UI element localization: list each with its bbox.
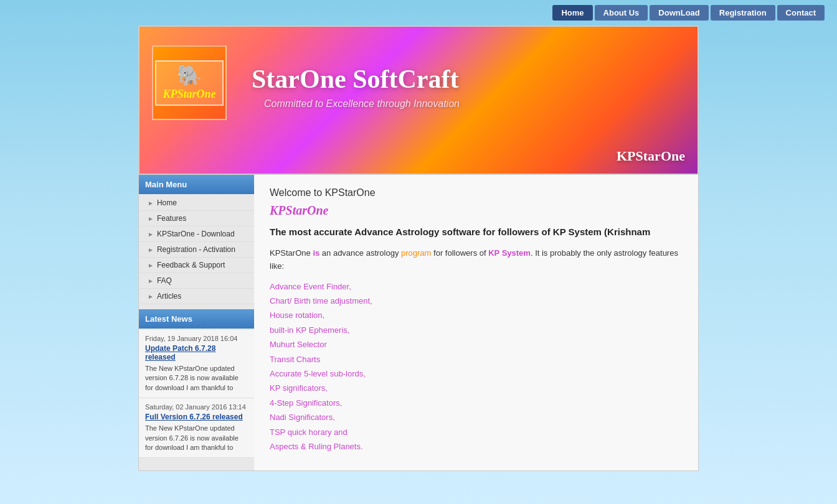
intro-text: KPStarOne is an advance astrology progra… bbox=[270, 247, 683, 273]
news-title-1[interactable]: Update Patch 6.7.28 released bbox=[145, 344, 248, 362]
feature-11: TSP quick horary and bbox=[270, 425, 683, 439]
feature-5: Muhurt Selector bbox=[270, 337, 683, 352]
banner-brand: KPStarOne bbox=[617, 148, 685, 164]
feature-3: House rotation, bbox=[270, 308, 683, 322]
news-item-2: Saturday, 02 January 2016 13:14 Full Ver… bbox=[139, 398, 254, 458]
intro-highlight-kp: KP System bbox=[488, 248, 531, 258]
arrow-icon: ► bbox=[148, 200, 154, 207]
welcome-title: Welcome to KPStarOne bbox=[270, 187, 683, 198]
sidebar-item-articles[interactable]: ► Articles bbox=[139, 289, 254, 304]
intro-plain-3: for followers of bbox=[431, 248, 488, 258]
feature-6: Transit Charts bbox=[270, 352, 683, 366]
news-body-1: The New KPstarOne updated version 6.7.28… bbox=[145, 364, 248, 393]
nav-contact[interactable]: Contact bbox=[777, 5, 825, 21]
arrow-icon: ► bbox=[148, 231, 154, 238]
news-body-2: The New KPstarOne updated version 6.7.26… bbox=[145, 424, 248, 452]
feature-10: Nadi Significators, bbox=[270, 410, 683, 424]
main-tagline: The most accurate Advance Astrology soft… bbox=[270, 225, 683, 238]
main-wrapper: Main Menu ► Home ► Features ► KPStarOne … bbox=[138, 175, 699, 471]
feature-1: Advance Event Finder, bbox=[270, 279, 683, 294]
banner-title: StarOne SoftCraft bbox=[252, 64, 458, 94]
banner-logo-text: KPStarOne bbox=[163, 88, 215, 101]
feature-9: 4-Step Significators, bbox=[270, 396, 683, 410]
main-menu-header: Main Menu bbox=[139, 175, 254, 194]
top-nav-bar: Home About Us DownLoad Registration Cont… bbox=[0, 0, 837, 26]
news-title-2[interactable]: Full Version 6.7.26 released bbox=[145, 413, 248, 421]
nav-home[interactable]: Home bbox=[552, 5, 592, 21]
intro-plain-1: KPStarOne bbox=[270, 248, 313, 258]
features-list: Advance Event Finder, Chart/ Birth time … bbox=[270, 279, 683, 454]
kp-brand-title: KPStarOne bbox=[270, 203, 683, 218]
main-content: Welcome to KPStarOne KPStarOne The most … bbox=[254, 175, 698, 470]
feature-2: Chart/ Birth time adjustment, bbox=[270, 294, 683, 308]
banner-subtitle: Committed to Excellence through Innovati… bbox=[264, 98, 460, 110]
sidebar-item-home[interactable]: ► Home bbox=[139, 195, 254, 211]
sidebar-item-features[interactable]: ► Features bbox=[139, 211, 254, 226]
latest-news-header: Latest News bbox=[139, 309, 254, 329]
nav-registration[interactable]: Registration bbox=[711, 5, 775, 21]
intro-plain-2: an advance astrology bbox=[319, 248, 401, 258]
news-item-1: Friday, 19 January 2018 16:04 Update Pat… bbox=[139, 330, 254, 398]
intro-highlight-is: is bbox=[313, 248, 319, 258]
arrow-icon: ► bbox=[148, 246, 154, 253]
feature-8: KP significators, bbox=[270, 381, 683, 395]
sidebar-item-download[interactable]: ► KPStarOne - Download bbox=[139, 226, 254, 242]
banner: 🐘 KPStarOne StarOne SoftCraft Committed … bbox=[138, 26, 699, 175]
arrow-icon: ► bbox=[148, 293, 154, 300]
sidebar-item-faq[interactable]: ► FAQ bbox=[139, 273, 254, 289]
feature-4: built-in KP Ephemeris, bbox=[270, 323, 683, 337]
nav-download[interactable]: DownLoad bbox=[650, 5, 708, 21]
sidebar: Main Menu ► Home ► Features ► KPStarOne … bbox=[139, 175, 254, 470]
feature-7: Accurate 5-level sub-lords, bbox=[270, 366, 683, 381]
feature-12: Aspects & Ruling Planets. bbox=[270, 439, 683, 454]
sidebar-item-registration[interactable]: ► Registration - Activation bbox=[139, 242, 254, 258]
ganesha-icon: 🐘 bbox=[163, 65, 215, 85]
news-date-2: Saturday, 02 January 2016 13:14 bbox=[145, 403, 248, 411]
arrow-icon: ► bbox=[148, 262, 154, 269]
intro-highlight-program: program bbox=[401, 248, 431, 258]
nav-about[interactable]: About Us bbox=[595, 5, 648, 21]
banner-logo-box: 🐘 KPStarOne bbox=[152, 45, 227, 120]
arrow-icon: ► bbox=[148, 215, 154, 222]
banner-logo-inner: 🐘 KPStarOne bbox=[155, 60, 223, 106]
arrow-icon: ► bbox=[148, 278, 154, 284]
news-date-1: Friday, 19 January 2018 16:04 bbox=[145, 335, 248, 342]
sidebar-item-feedback[interactable]: ► Feedback & Support bbox=[139, 258, 254, 273]
